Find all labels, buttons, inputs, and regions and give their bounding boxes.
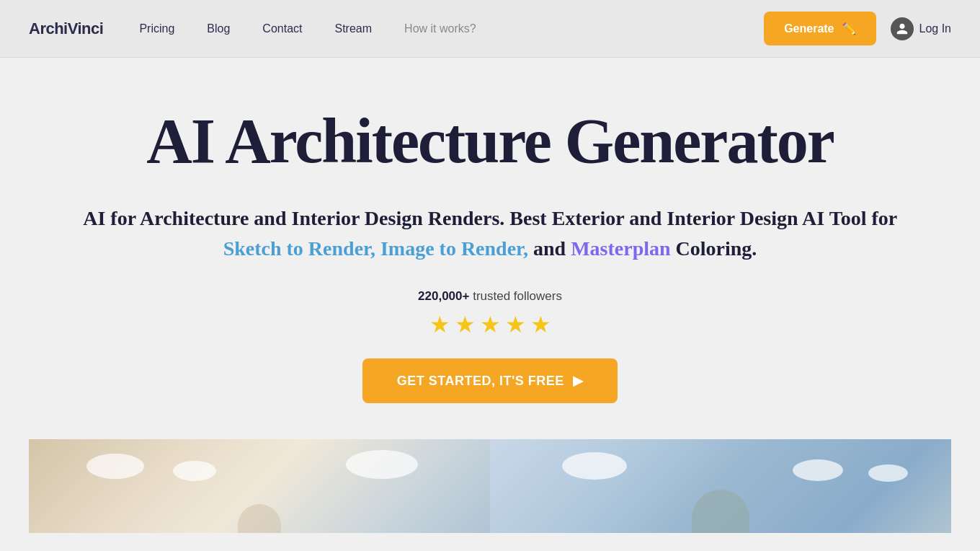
subtitle-highlight-2: Masterplan: [571, 237, 670, 260]
hero-title: AI Architecture Generator: [29, 108, 951, 175]
login-label: Log In: [919, 22, 951, 35]
followers-text: 220,000+ trusted followers: [29, 289, 951, 304]
subtitle-highlight-1: Sketch to Render, Image to Render,: [223, 237, 528, 260]
pencil-icon: ✏️: [842, 22, 856, 35]
hero-section: AI Architecture Generator AI for Archite…: [0, 58, 980, 551]
cloud-decor-5: [793, 459, 843, 481]
hero-image-left: [29, 439, 490, 533]
subtitle-plain-1: AI for Architecture and Interior Design …: [83, 207, 897, 229]
cloud-decor-4: [562, 452, 627, 480]
nav-item-pricing[interactable]: Pricing: [139, 22, 174, 35]
hero-subtitle: AI for Architecture and Interior Design …: [58, 203, 922, 264]
login-area[interactable]: Log In: [891, 17, 951, 40]
nav-link-blog[interactable]: Blog: [207, 22, 230, 35]
nav-item-contact[interactable]: Contact: [262, 22, 302, 35]
cta-button[interactable]: GET STARTED, IT'S FREE ▶: [362, 358, 618, 403]
star-1: ★: [429, 311, 450, 338]
star-4: ★: [505, 311, 526, 338]
nav-item-blog[interactable]: Blog: [207, 22, 230, 35]
nav-link-pricing[interactable]: Pricing: [139, 22, 174, 35]
cta-arrow-icon: ▶: [573, 373, 584, 389]
nav-item-how-it-works[interactable]: How it works?: [404, 22, 476, 35]
followers-label-text: trusted followers: [473, 289, 562, 303]
nav-link-contact[interactable]: Contact: [262, 22, 302, 35]
nav-item-stream[interactable]: Stream: [335, 22, 373, 35]
navbar: ArchiVinci Pricing Blog Contact Stream H…: [0, 0, 980, 58]
cta-label: GET STARTED, IT'S FREE: [397, 374, 564, 389]
star-3: ★: [480, 311, 501, 338]
star-2: ★: [455, 311, 476, 338]
nav-right: Generate ✏️ Log In: [764, 12, 951, 45]
hero-image-right: [490, 439, 951, 533]
cloud-decor-6: [868, 464, 908, 482]
nav-links: Pricing Blog Contact Stream How it works…: [139, 22, 476, 35]
subtitle-plain-2: and: [533, 237, 571, 260]
cloud-decor-2: [173, 461, 216, 481]
followers-count: 220,000+: [418, 289, 469, 303]
cloud-decor-1: [86, 454, 144, 479]
generate-button[interactable]: Generate ✏️: [764, 12, 876, 45]
logo[interactable]: ArchiVinci: [29, 19, 103, 38]
nav-link-how-it-works[interactable]: How it works?: [404, 22, 476, 35]
star-5: ★: [530, 311, 551, 338]
cloud-decor-3: [346, 450, 418, 479]
followers-section: 220,000+ trusted followers ★ ★ ★ ★ ★: [29, 289, 951, 338]
subtitle-plain-3: Coloring.: [676, 237, 757, 260]
nav-link-stream[interactable]: Stream: [335, 22, 373, 35]
generate-label: Generate: [784, 22, 834, 35]
nav-left: ArchiVinci Pricing Blog Contact Stream H…: [29, 19, 476, 38]
user-avatar-icon: [891, 17, 914, 40]
image-strip: [29, 439, 951, 533]
star-rating: ★ ★ ★ ★ ★: [29, 311, 951, 338]
